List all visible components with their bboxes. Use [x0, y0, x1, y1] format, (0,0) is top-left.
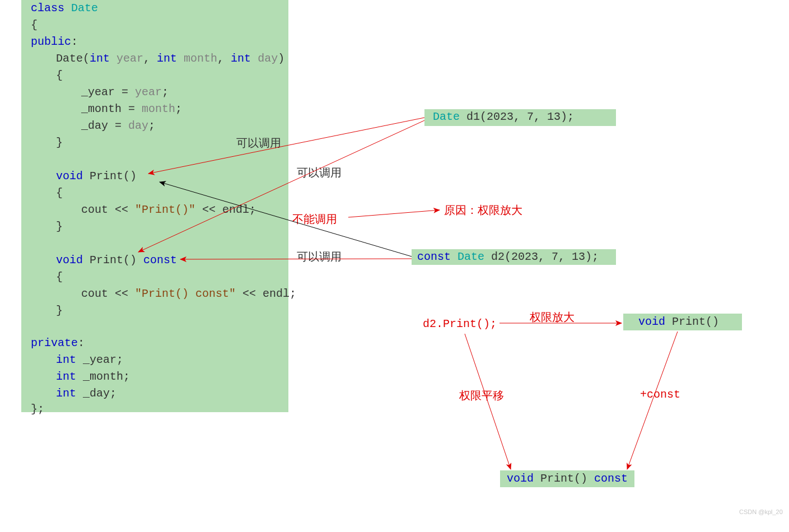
code-line-9: }	[56, 134, 63, 151]
d1-decl: Date d1(2023, 7, 13);	[433, 110, 574, 123]
ann-can-call-1: 可以调用	[236, 136, 281, 151]
d2-print-call: d2.Print();	[423, 318, 497, 330]
ann-can-call-3: 可以调用	[297, 249, 342, 264]
code-line-10: void Print()	[56, 168, 137, 185]
ann-reason: 原因：权限放大	[444, 203, 522, 218]
code-line-1: class Date	[31, 0, 98, 17]
code-line-4: Date(int year, int month, int day)	[56, 50, 284, 67]
code-line-22: };	[31, 401, 44, 418]
code-line-3: public:	[31, 34, 78, 50]
code-line-14: void Print() const	[56, 252, 177, 269]
watermark: CSDN @kpl_20	[739, 508, 783, 515]
void-print: void Print()	[638, 315, 719, 328]
void-print-const: void Print() const	[507, 472, 628, 485]
code-line-16: cout << "Print() const" << endl;	[81, 286, 296, 302]
d2-decl: const Date d2(2023, 7, 13);	[417, 250, 599, 263]
code-line-20: int _month;	[56, 368, 130, 385]
code-line-17: }	[56, 302, 63, 319]
code-line-2: {	[31, 17, 38, 34]
code-line-8: _day = day;	[81, 118, 155, 134]
code-line-19: int _year;	[56, 352, 123, 368]
ann-permission-level: 权限平移	[459, 388, 504, 403]
code-line-7: _month = month;	[81, 101, 182, 118]
code-line-15: {	[56, 269, 63, 286]
code-line-6: _year = year;	[81, 84, 169, 101]
ann-can-call-2: 可以调用	[297, 165, 342, 180]
svg-line-4	[348, 210, 440, 217]
code-line-11: {	[56, 185, 63, 202]
code-line-18: private:	[31, 335, 85, 352]
code-line-5: {	[56, 67, 63, 84]
code-line-12: cout << "Print()" << endl;	[81, 202, 256, 218]
ann-cannot-call: 不能调用	[292, 212, 337, 227]
ann-plus-const: +const	[640, 388, 680, 401]
ann-permission-up: 权限放大	[530, 310, 575, 325]
code-line-21: int _day;	[56, 385, 116, 402]
code-line-13: }	[56, 218, 63, 235]
